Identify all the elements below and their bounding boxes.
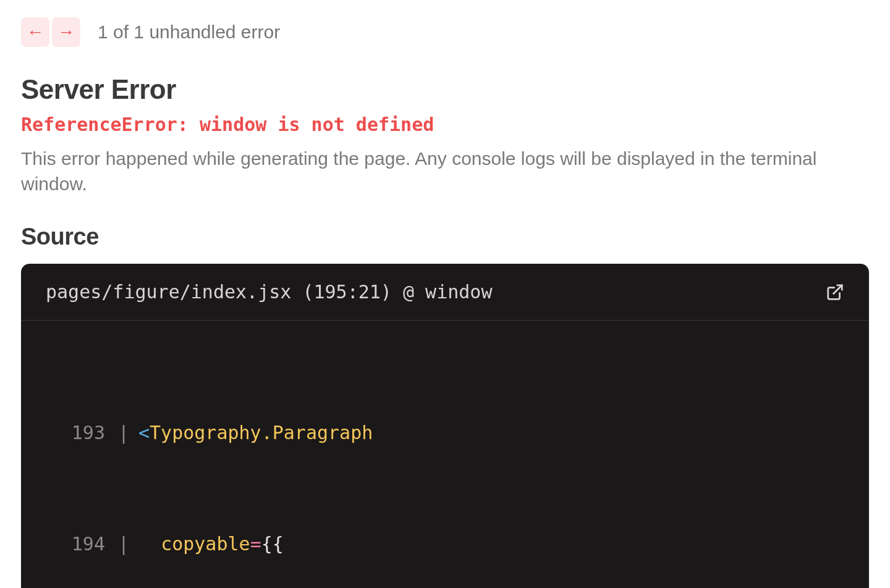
error-message: ReferenceError: window is not defined	[21, 114, 869, 135]
gutter-line-number: 194	[62, 530, 109, 558]
gutter-pipe: |	[109, 530, 138, 558]
next-error-button[interactable]: →	[52, 17, 80, 47]
code-text: copyable={{	[138, 530, 852, 558]
external-link-icon	[826, 283, 844, 301]
code-line: 193 | <Typography.Paragraph	[38, 419, 852, 447]
arrow-left-icon: ←	[27, 23, 44, 41]
error-overlay: ← → 1 of 1 unhandled error Server Error …	[0, 0, 890, 588]
code-text: <Typography.Paragraph	[138, 419, 852, 447]
error-heading: Server Error	[21, 74, 869, 105]
open-in-editor-button[interactable]	[826, 283, 844, 301]
prev-error-button[interactable]: ←	[21, 17, 49, 47]
source-code-header: pages/figure/index.jsx (195:21) @ window	[21, 264, 869, 321]
gutter-marker	[38, 530, 62, 558]
source-code-body: 193 | <Typography.Paragraph 194 | copyab…	[21, 321, 869, 588]
source-heading: Source	[21, 224, 869, 250]
gutter-line-number: 193	[62, 419, 109, 447]
arrow-right-icon: →	[57, 23, 75, 41]
gutter-marker	[38, 419, 62, 447]
overlay-content: ← → 1 of 1 unhandled error Server Error …	[0, 0, 890, 588]
error-description: This error happened while generating the…	[21, 146, 869, 196]
source-location: pages/figure/index.jsx (195:21) @ window	[46, 281, 492, 303]
gutter-pipe: |	[109, 419, 138, 447]
error-count-status: 1 of 1 unhandled error	[98, 22, 280, 43]
error-nav-buttons: ← →	[21, 17, 80, 47]
code-line: 194 | copyable={{	[38, 530, 852, 558]
source-code-card: pages/figure/index.jsx (195:21) @ window…	[21, 264, 869, 588]
svg-line-0	[834, 285, 842, 293]
error-nav-row: ← → 1 of 1 unhandled error	[21, 17, 869, 47]
